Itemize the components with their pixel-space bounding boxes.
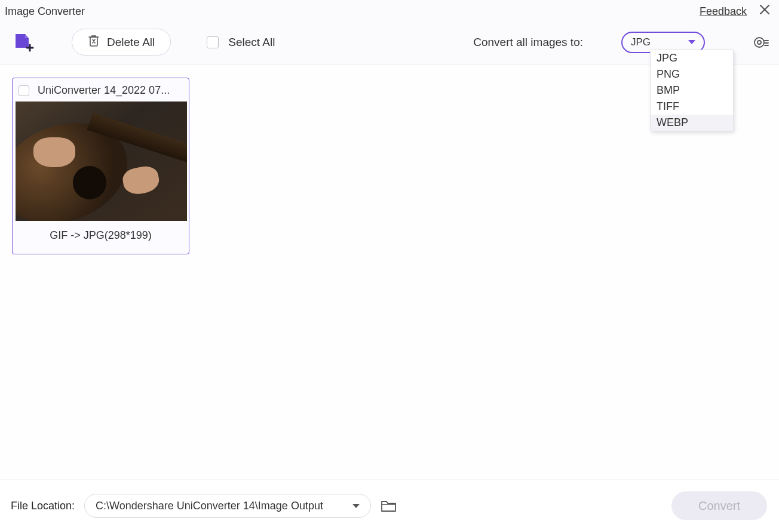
feedback-link[interactable]: Feedback — [700, 5, 747, 18]
file-location-label: File Location: — [11, 500, 75, 512]
convert-button[interactable]: Convert — [671, 491, 767, 520]
svg-point-3 — [755, 38, 764, 47]
settings-icon[interactable] — [752, 33, 769, 51]
window-title: Image Converter — [5, 5, 85, 18]
chevron-down-icon — [688, 40, 695, 44]
image-card[interactable]: UniConverter 14_2022 07... GIF -> JPG(29… — [12, 78, 189, 254]
format-select-value: JPG — [631, 36, 651, 48]
format-option-webp[interactable]: WEBP — [651, 115, 733, 131]
convert-button-label: Convert — [698, 499, 740, 513]
format-option-bmp[interactable]: BMP — [651, 82, 733, 99]
close-icon[interactable] — [756, 4, 773, 19]
format-option-tiff[interactable]: TIFF — [651, 99, 733, 115]
select-all-checkbox[interactable] — [207, 36, 219, 48]
image-card-conversion-info: GIF -> JPG(298*199) — [13, 221, 189, 254]
format-option-png[interactable]: PNG — [651, 66, 733, 82]
image-thumbnail[interactable] — [16, 102, 187, 221]
chevron-down-icon — [352, 504, 360, 508]
delete-all-button[interactable]: Delete All — [72, 29, 171, 56]
image-card-filename: UniConverter 14_2022 07... — [38, 84, 170, 97]
image-card-header: UniConverter 14_2022 07... — [13, 78, 189, 102]
file-location-path: C:\Wondershare UniConverter 14\Image Out… — [96, 500, 323, 512]
add-file-icon[interactable] — [13, 32, 36, 53]
open-folder-icon[interactable] — [381, 499, 397, 513]
titlebar-right: Feedback — [700, 4, 773, 19]
svg-point-4 — [757, 41, 761, 44]
format-option-jpg[interactable]: JPG — [651, 50, 733, 66]
titlebar: Image Converter Feedback — [0, 0, 779, 23]
file-location-select[interactable]: C:\Wondershare UniConverter 14\Image Out… — [84, 494, 371, 518]
image-card-checkbox[interactable] — [19, 85, 29, 96]
trash-icon — [88, 34, 100, 50]
delete-all-label: Delete All — [107, 36, 155, 49]
select-all-label: Select All — [228, 36, 275, 49]
select-all-group[interactable]: Select All — [207, 36, 275, 49]
convert-all-label: Convert all images to: — [473, 36, 583, 49]
format-dropdown: JPG PNG BMP TIFF WEBP — [650, 50, 734, 131]
bottom-bar: File Location: C:\Wondershare UniConvert… — [0, 479, 779, 532]
